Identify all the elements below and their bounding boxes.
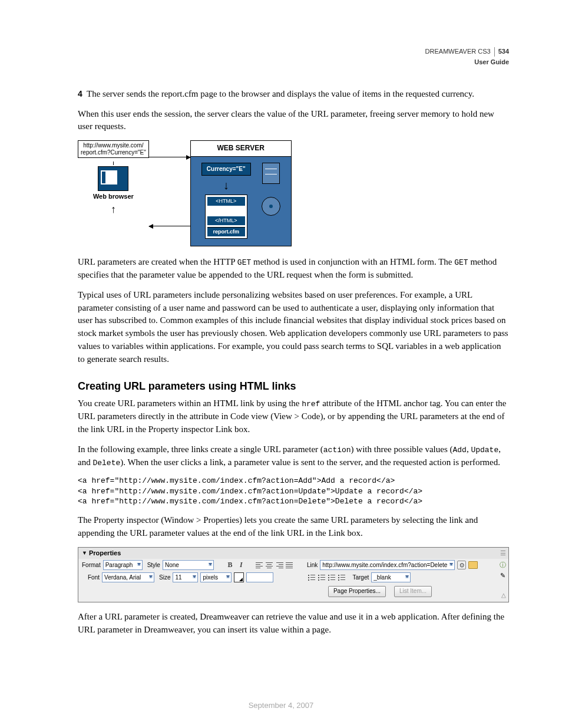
expand-triangle-icon[interactable]: △ xyxy=(501,591,506,600)
disc-icon xyxy=(262,197,280,216)
web-browser-label: Web browser xyxy=(78,192,149,202)
browse-folder-icon[interactable] xyxy=(468,561,478,569)
font-label: Font xyxy=(88,574,100,582)
down-arrow-icon: ↓ xyxy=(223,179,229,191)
indent-button[interactable] xyxy=(338,574,346,581)
web-server-diagram: http://www.mysite.com/report.cfm?Currenc… xyxy=(78,140,509,246)
ordered-list-button[interactable] xyxy=(318,574,326,581)
page-number: 534 xyxy=(494,47,509,57)
format-select[interactable]: Paragraph xyxy=(103,560,143,570)
collapse-triangle-icon[interactable]: ▼ xyxy=(82,549,87,557)
href-para: You create URL parameters within an HTML… xyxy=(78,397,509,436)
html-box: <HTML> </HTML> report.cfm xyxy=(205,195,247,239)
unordered-list-button[interactable] xyxy=(308,574,316,581)
panel-menu-icon[interactable]: ☰ xyxy=(500,549,506,558)
link-select[interactable]: http://www.mysite.com/index.cfm?action=D… xyxy=(320,560,455,570)
text-color-picker[interactable] xyxy=(234,572,244,582)
align-justify-button[interactable] xyxy=(285,561,294,569)
properties-titlebar[interactable]: ▼Properties☰ xyxy=(78,548,508,559)
link-label: Link xyxy=(307,561,318,570)
page-properties-button[interactable]: Page Properties... xyxy=(328,586,386,597)
italic-button[interactable]: I xyxy=(237,561,246,569)
guide-label: User Guide xyxy=(78,58,509,67)
web-server-box: WEB SERVER Currency="E" ↓ <HTML> </HTML>… xyxy=(190,140,292,246)
size-select[interactable]: 11 xyxy=(173,572,198,582)
target-select[interactable]: _blank xyxy=(371,572,411,582)
text-color-input[interactable] xyxy=(246,572,273,582)
align-group xyxy=(255,561,294,569)
report-label: report.cfm xyxy=(207,227,245,236)
example-intro-para: In the following example, three links cr… xyxy=(78,443,509,469)
url-params-get-para: URL parameters are created when the HTTP… xyxy=(78,256,509,282)
properties-panel: ▼Properties☰ Format Paragraph Style None… xyxy=(78,547,509,602)
arrows-icon xyxy=(149,146,190,241)
diagram-url-label: http://www.mysite.com/report.cfm?Currenc… xyxy=(78,140,149,158)
typical-uses-para: Typical uses of URL parameters include p… xyxy=(78,289,509,366)
step-number: 4 xyxy=(78,89,82,98)
align-left-button[interactable] xyxy=(255,561,264,569)
property-inspector-para: The Property inspector (Window > Propert… xyxy=(78,514,509,540)
footer-date: September 4, 2007 xyxy=(0,700,562,711)
point-to-file-icon[interactable]: ⊙ xyxy=(457,561,466,569)
section-heading: Creating URL parameters using HTML links xyxy=(78,378,509,394)
outdent-button[interactable] xyxy=(328,574,336,581)
bold-button[interactable]: B xyxy=(226,561,234,569)
font-select[interactable]: Verdana, Arial xyxy=(102,572,154,582)
database-icon xyxy=(262,163,280,184)
after-para: After a URL parameter is created, Dreamw… xyxy=(78,611,509,637)
align-center-button[interactable] xyxy=(265,561,274,569)
size-label: Size xyxy=(159,574,170,582)
step-4-para: 4 The server sends the report.cfm page t… xyxy=(78,88,509,101)
style-select[interactable]: None xyxy=(163,560,214,570)
align-right-button[interactable] xyxy=(275,561,284,569)
product-name: DREAMWEAVER CS3 xyxy=(425,47,491,57)
up-arrow-icon: ↑ xyxy=(78,202,149,217)
code-example: <a href="http://www.mysite.com/index.cfm… xyxy=(78,476,509,507)
target-label: Target xyxy=(352,574,369,582)
size-unit-select[interactable]: pixels xyxy=(200,572,232,582)
page-header: DREAMWEAVER CS3534 User Guide xyxy=(78,47,509,67)
quick-tag-icon[interactable]: ✎ xyxy=(500,571,505,581)
help-icon[interactable]: ⓘ xyxy=(500,561,506,570)
currency-label: Currency="E" xyxy=(201,163,251,176)
style-label: Style xyxy=(147,561,160,570)
browser-icon xyxy=(98,166,128,191)
format-label: Format xyxy=(82,561,101,570)
web-server-label: WEB SERVER xyxy=(191,141,291,156)
step-4-cont: When this user ends the session, the ser… xyxy=(78,108,509,134)
list-item-button: List Item... xyxy=(394,586,432,597)
